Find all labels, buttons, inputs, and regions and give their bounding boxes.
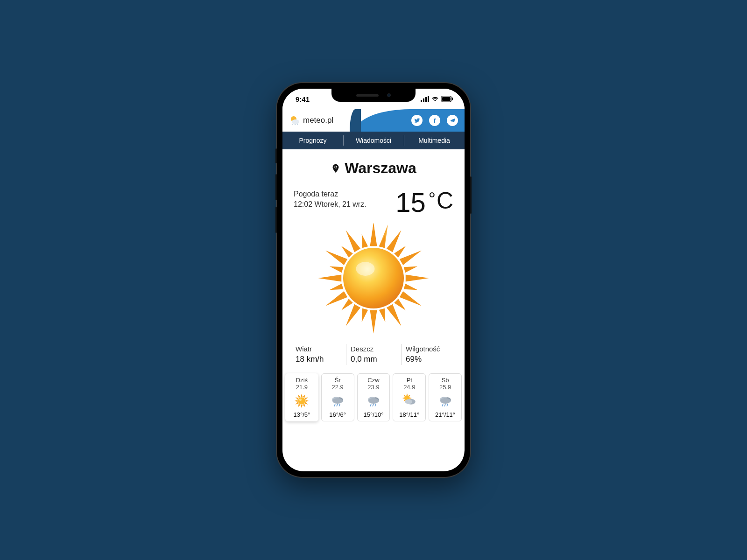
svg-marker-50 (295, 400, 298, 402)
notch (331, 89, 416, 102)
humidity-label: Wilgotność (406, 345, 451, 353)
forecast-day[interactable]: Pt24.918°/11° (393, 373, 426, 421)
svg-rect-0 (421, 100, 422, 102)
svg-line-58 (334, 404, 335, 406)
svg-point-54 (299, 399, 302, 401)
svg-marker-45 (305, 402, 309, 405)
svg-marker-41 (301, 394, 303, 397)
forecast-row: Dziś21.913°/5°Śr22.916°/6°Czw23.915°/10°… (282, 373, 465, 425)
svg-marker-28 (359, 308, 368, 323)
svg-marker-38 (359, 233, 368, 248)
svg-line-66 (375, 404, 376, 406)
svg-marker-70 (410, 398, 412, 399)
svg-marker-43 (305, 397, 309, 400)
forecast-day-name: Czw (367, 377, 379, 384)
svg-point-80 (440, 398, 451, 404)
svg-marker-51 (295, 397, 299, 400)
forecast-day-date: 22.9 (332, 384, 344, 391)
svg-line-64 (370, 404, 371, 406)
forecast-day-icon (330, 392, 345, 409)
brand-logo[interactable]: meteo.pl (282, 115, 333, 126)
svg-marker-48 (297, 404, 301, 407)
forecast-day-icon (437, 392, 453, 409)
temp-degree: ° (429, 190, 436, 208)
wifi-icon (431, 96, 439, 102)
forecast-day-icon (366, 392, 381, 409)
metric-wind: Wiatr 18 km/h (291, 344, 346, 365)
svg-marker-36 (339, 244, 353, 258)
battery-icon (441, 96, 453, 102)
current-weather-icon (291, 220, 456, 336)
side-button (470, 176, 472, 214)
svg-point-63 (368, 398, 379, 404)
svg-line-82 (444, 404, 445, 406)
tab-multimedia[interactable]: Multimedia (404, 132, 465, 149)
metric-humidity: Wilgotność 69% (401, 344, 456, 365)
side-button (275, 207, 277, 233)
forecast-day[interactable]: Sb25.921°/11° (429, 373, 462, 421)
svg-marker-49 (295, 402, 299, 405)
svg-line-83 (447, 404, 448, 406)
twitter-icon[interactable] (411, 115, 423, 126)
wind-label: Wiatr (296, 345, 341, 353)
svg-point-11 (297, 124, 298, 125)
svg-marker-26 (379, 308, 388, 323)
forecast-day[interactable]: Śr22.916°/6° (321, 373, 354, 421)
forecast-day-name: Śr (335, 377, 341, 384)
svg-marker-33 (318, 275, 341, 282)
svg-marker-17 (387, 228, 404, 252)
facebook-icon[interactable]: f (429, 115, 440, 126)
svg-point-9 (292, 124, 293, 125)
forecast-day-name: Pt (407, 377, 412, 384)
svg-marker-20 (404, 264, 418, 273)
svg-point-10 (295, 124, 296, 125)
humidity-value: 69% (406, 355, 451, 364)
svg-marker-44 (306, 400, 309, 402)
telegram-icon[interactable] (447, 115, 458, 126)
svg-line-59 (337, 404, 338, 406)
svg-point-8 (292, 119, 299, 124)
tab-wiadomosci[interactable]: Wiadomości (343, 132, 404, 149)
forecast-day[interactable]: Dziś21.913°/5° (285, 373, 318, 421)
forecast-day-icon (402, 392, 417, 409)
svg-marker-46 (303, 404, 306, 407)
svg-marker-32 (329, 284, 343, 293)
logo-icon (289, 115, 300, 126)
svg-marker-47 (301, 405, 303, 408)
forecast-day-name: Sb (442, 377, 449, 384)
main-content: Warszawa Pogoda teraz 12:02 Wtorek, 21 w… (282, 149, 465, 373)
svg-marker-22 (404, 284, 418, 293)
svg-line-60 (339, 404, 340, 406)
tab-prognozy[interactable]: Prognozy (282, 132, 343, 149)
svg-marker-23 (400, 291, 423, 309)
svg-rect-5 (442, 97, 451, 101)
forecast-day-hilo: 13°/5° (294, 411, 310, 418)
svg-marker-19 (400, 247, 423, 265)
screen: 9:41 meteo.pl (282, 89, 465, 471)
now-meta: 12:02 Wtorek, 21 wrz. (294, 199, 366, 210)
svg-point-77 (405, 399, 412, 404)
svg-line-81 (442, 404, 443, 406)
forecast-day-hilo: 18°/11° (399, 411, 419, 418)
rain-label: Deszcz (351, 345, 396, 353)
svg-marker-21 (406, 275, 429, 282)
now-title: Pogoda teraz (294, 189, 366, 199)
svg-marker-24 (394, 299, 408, 312)
svg-rect-6 (452, 98, 453, 100)
svg-point-57 (332, 398, 343, 404)
temp-unit: C (437, 189, 453, 212)
location-pin-icon (331, 163, 341, 174)
svg-marker-31 (324, 291, 347, 309)
location-row[interactable]: Warszawa (291, 160, 456, 177)
wind-value: 18 km/h (296, 355, 341, 364)
forecast-day-date: 25.9 (439, 384, 451, 391)
side-button (275, 174, 277, 200)
svg-rect-1 (423, 98, 424, 102)
forecast-day[interactable]: Czw23.915°/10° (357, 373, 390, 421)
side-button (275, 148, 277, 163)
svg-marker-74 (402, 398, 404, 399)
svg-rect-14 (335, 167, 337, 167)
now-row: Pogoda teraz 12:02 Wtorek, 21 wrz. 15 ° … (291, 189, 456, 216)
city-name: Warszawa (345, 160, 416, 177)
forecast-day-date: 23.9 (367, 384, 379, 391)
